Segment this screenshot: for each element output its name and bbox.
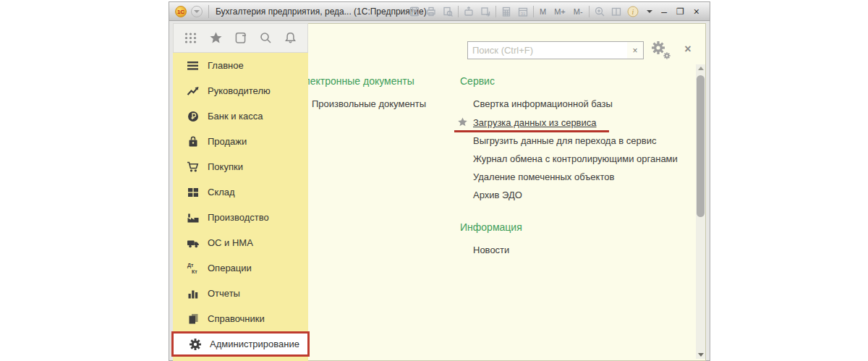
shopping-bag-icon xyxy=(185,135,201,149)
memory-m-minus-button[interactable]: M- xyxy=(571,6,585,17)
titlebar-separator xyxy=(533,6,534,17)
truck-icon xyxy=(185,236,201,250)
print-preview-button[interactable] xyxy=(441,5,454,18)
calendar-button[interactable]: 31 xyxy=(516,5,529,18)
function-link[interactable]: Свертка информационной базы xyxy=(473,98,613,109)
chevron-down-icon xyxy=(646,9,653,14)
sidebar-item-label: Операции xyxy=(208,263,252,273)
sidebar-toolbar xyxy=(173,23,308,53)
all-functions-grid-icon[interactable] xyxy=(184,31,197,45)
titlebar: 1С Бухгалтерия предприятия, реда... (1С:… xyxy=(169,1,710,21)
sidebar-item-label: Банк и касса xyxy=(208,111,263,122)
close-window-button[interactable]: × xyxy=(694,4,699,20)
print-button[interactable] xyxy=(425,5,438,18)
shopping-cart-icon xyxy=(185,160,201,174)
titlebar-toolbar: 31 M M+ M- i xyxy=(408,5,656,18)
zoom-button[interactable] xyxy=(593,5,606,18)
factory-icon xyxy=(185,211,201,225)
minimize-button[interactable]: – xyxy=(661,4,667,20)
titlebar-separator xyxy=(208,5,209,18)
sidebar-item-label: Производство xyxy=(208,212,269,223)
notifications-bell-icon[interactable] xyxy=(284,31,297,45)
sidebar-item-administration[interactable]: Администрирование xyxy=(171,331,310,357)
bar-chart-icon xyxy=(185,286,201,301)
scroll-down-arrow-icon[interactable] xyxy=(698,353,704,357)
sidebar-item-label: Руководителю xyxy=(208,85,271,96)
search-icon[interactable] xyxy=(259,31,273,45)
save-button[interactable] xyxy=(408,5,421,18)
sidebar-item-bank-cash[interactable]: Банк и касса xyxy=(173,103,308,129)
sidebar-item-warehouse[interactable]: Склад xyxy=(173,179,308,205)
sidebar-item-label: Продажи xyxy=(208,136,247,147)
search-input[interactable] xyxy=(467,41,628,59)
sidebar-item-label: Покупки xyxy=(208,161,243,172)
panel-scrollbar[interactable] xyxy=(696,64,705,359)
svg-text:Дт: Дт xyxy=(187,263,194,268)
1c-logo-icon: 1С xyxy=(175,6,187,17)
sidebar-item-fixed-assets[interactable]: ОС и НМА xyxy=(173,230,308,255)
highlight-underline xyxy=(454,130,609,132)
window-title: Бухгалтерия предприятия, реда... (1С:Пре… xyxy=(216,7,427,17)
debit-credit-icon: ДтКт xyxy=(185,261,201,276)
sidebar-item-sales[interactable]: Продажи xyxy=(173,129,308,154)
function-link[interactable]: Новости xyxy=(473,245,509,255)
sidebar-item-directories[interactable]: Справочники xyxy=(173,306,308,331)
toolbar-more-button[interactable] xyxy=(643,5,656,18)
section-header-electronic-documents: Электронные документы xyxy=(297,75,414,87)
gears-icon xyxy=(649,39,672,61)
function-link[interactable]: Выгрузить данные для перехода в сервис xyxy=(473,135,656,146)
app-window: 1С Бухгалтерия предприятия, реда... (1С:… xyxy=(169,1,710,361)
favorite-star-icon[interactable] xyxy=(457,116,468,130)
search-clear-button[interactable]: × xyxy=(627,41,644,59)
svg-text:31: 31 xyxy=(521,12,526,16)
sidebar-item-label: Администрирование xyxy=(210,339,299,349)
system-menu-button[interactable] xyxy=(191,6,203,17)
panel-settings-button[interactable] xyxy=(648,38,673,61)
trend-chart-icon xyxy=(185,84,201,98)
stacked-pages-icon xyxy=(185,312,201,326)
sidebar-item-operations[interactable]: ДтКт Операции xyxy=(173,255,308,281)
info-button[interactable]: i xyxy=(626,5,639,18)
titlebar-separator xyxy=(458,6,459,17)
favorites-star-icon[interactable] xyxy=(209,31,223,45)
function-link-load-data-from-service[interactable]: Загрузка данных из сервиса xyxy=(473,117,597,128)
boxes-grid-icon xyxy=(185,185,201,200)
calculator-button[interactable] xyxy=(500,5,513,18)
maximize-button[interactable]: ❐ xyxy=(676,4,684,20)
titlebar-separator xyxy=(589,6,590,17)
sidebar-item-main[interactable]: Главное xyxy=(173,53,308,78)
section-header-service: Сервис xyxy=(460,75,495,87)
sidebar-item-label: Отчеты xyxy=(208,288,240,299)
sidebar-item-reports[interactable]: Отчеты xyxy=(173,281,308,306)
function-link[interactable]: Удаление помеченных объектов xyxy=(473,171,614,182)
sidebar-item-production[interactable]: Производство xyxy=(173,205,308,230)
sidebar-item-label: ОС и НМА xyxy=(208,237,253,248)
sidebar-item-label: Главное xyxy=(208,60,244,71)
split-window-button[interactable] xyxy=(610,5,623,18)
panel-close-button[interactable]: × xyxy=(681,42,695,56)
ruble-circle-icon xyxy=(185,109,201,124)
copy-document-button[interactable] xyxy=(479,5,492,18)
screenshot-stage: 1С Бухгалтерия предприятия, реда... (1С:… xyxy=(0,0,868,361)
paste-from-clipboard-button[interactable] xyxy=(462,5,475,18)
svg-text:Кт: Кт xyxy=(192,269,197,274)
scroll-up-arrow-icon[interactable] xyxy=(698,67,704,70)
window-controls: – ❐ × xyxy=(661,4,699,20)
sidebar-item-manager[interactable]: Руководителю xyxy=(173,78,308,103)
memory-m-plus-button[interactable]: M+ xyxy=(552,6,568,17)
svg-text:i: i xyxy=(631,8,634,16)
sidebar-item-purchases[interactable]: Покупки xyxy=(173,154,308,179)
chevron-down-icon xyxy=(193,9,200,14)
section-header-information: Информация xyxy=(460,221,522,233)
sidebar-item-label: Справочники xyxy=(208,313,265,324)
memory-m-button[interactable]: M xyxy=(537,6,548,17)
function-link[interactable]: Архив ЭДО xyxy=(473,190,522,200)
history-scroll-icon[interactable] xyxy=(234,31,247,45)
scrollbar-thumb[interactable] xyxy=(697,75,705,217)
function-link[interactable]: Произвольные документы xyxy=(312,98,426,109)
function-link[interactable]: Журнал обмена с контролирующими органами xyxy=(473,153,678,164)
titlebar-separator xyxy=(495,6,496,17)
gear-icon xyxy=(187,337,203,352)
sections-sidebar: Главное Руководителю Банк и касса Продаж… xyxy=(173,53,308,361)
sidebar-item-label: Склад xyxy=(208,187,235,198)
